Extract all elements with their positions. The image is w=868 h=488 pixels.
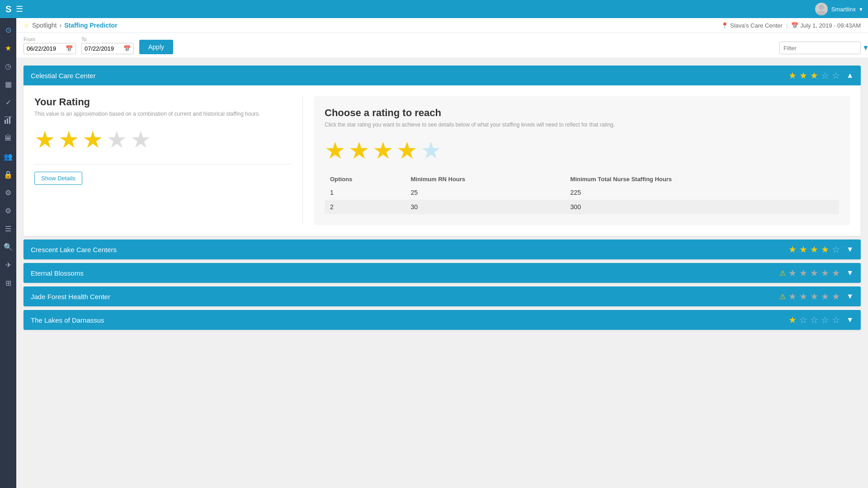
facility-header-right-jade: ⚠ ★ ★ ★ ★ ★ ▼ <box>779 291 854 302</box>
breadcrumb-star-icon: ☆ <box>24 22 29 29</box>
sidebar-item-tasks[interactable]: ✓ <box>0 94 16 110</box>
chevron-celestial[interactable]: ▲ <box>846 71 854 80</box>
apply-button[interactable]: Apply <box>139 40 173 54</box>
star-4-lakes[interactable]: ☆ <box>821 314 829 325</box>
star-4-celestial[interactable]: ☆ <box>821 70 829 81</box>
sidebar-item-nav[interactable]: ✈ <box>0 257 16 273</box>
star-1-lakes[interactable]: ★ <box>788 314 797 325</box>
to-date-group: To 📅 <box>81 37 134 54</box>
from-calendar-icon[interactable]: 📅 <box>66 45 73 52</box>
sidebar-item-time[interactable]: ◷ <box>0 58 16 74</box>
chevron-crescent[interactable]: ▼ <box>846 245 854 253</box>
sidebar-item-calendar[interactable]: ▦ <box>0 76 16 92</box>
show-details-button[interactable]: Show Details <box>34 172 82 185</box>
breadcrumb-row: ☆ Spotlight › Staffing Predictor 📍 Slava… <box>16 18 868 33</box>
star-5-celestial[interactable]: ☆ <box>832 70 840 81</box>
from-date-input[interactable] <box>27 45 63 52</box>
facility-header-right-celestial: ★ ★ ★ ☆ ☆ ▲ <box>788 70 854 81</box>
star-1-jade[interactable]: ★ <box>788 291 797 302</box>
sidebar-item-home[interactable]: ⊙ <box>0 22 16 38</box>
to-date-input[interactable] <box>85 45 121 52</box>
to-label: To <box>81 37 134 42</box>
facility-card-eternal: Eternal Blossoms ⚠ ★ ★ ★ ★ ★ ▼ <box>24 263 861 283</box>
facility-header-celestial[interactable]: Celestial Care Center ★ ★ ★ ☆ ☆ ▲ <box>24 66 861 85</box>
choose-star-5[interactable]: ★ <box>420 137 442 164</box>
location-icon: 📍 <box>721 22 728 29</box>
user-dropdown-icon: ▾ <box>859 6 863 13</box>
sidebar-item-search[interactable]: 🔍 <box>0 239 16 255</box>
star-1-celestial[interactable]: ★ <box>788 70 797 81</box>
filter-row: From 📅 To 📅 Apply <box>16 33 868 58</box>
to-date-input-wrap[interactable]: 📅 <box>81 43 134 54</box>
svg-rect-2 <box>5 120 6 124</box>
facility-header-crescent[interactable]: Crescent Lake Care Centers ★ ★ ★ ★ ☆ ▼ <box>24 239 861 259</box>
sidebar-item-users[interactable]: 👥 <box>0 148 16 164</box>
choose-rating-section: Choose a rating to reach Click the star … <box>314 96 850 225</box>
filter-input[interactable] <box>783 45 859 52</box>
sidebar-item-grid[interactable]: ⊞ <box>0 275 16 291</box>
breadcrumb-separator: › <box>59 22 61 29</box>
your-rating-subtitle: This value is an approximation based on … <box>34 111 292 117</box>
chevron-jade[interactable]: ▼ <box>846 292 854 300</box>
sidebar-item-list[interactable]: ☰ <box>0 221 16 237</box>
star-2-celestial[interactable]: ★ <box>799 70 807 81</box>
facility-name-lakes: The Lakes of Darnassus <box>31 316 104 324</box>
svg-rect-3 <box>7 118 8 124</box>
breadcrumb-meta: 📍 Slava's Care Center | 📅 July 1, 2019 -… <box>721 22 861 29</box>
table-row-2: 2 30 300 <box>325 200 839 214</box>
sidebar-item-security[interactable]: 🔒 <box>0 166 16 183</box>
avatar <box>815 3 828 15</box>
svg-rect-5 <box>5 117 12 117</box>
sidebar-item-favorites[interactable]: ★ <box>0 40 16 56</box>
choose-star-1[interactable]: ★ <box>325 137 346 164</box>
star-4-crescent[interactable]: ★ <box>821 244 829 255</box>
scroll-area: Celestial Care Center ★ ★ ★ ☆ ☆ ▲ Your R… <box>16 58 868 488</box>
min-total-2: 300 <box>565 200 839 214</box>
choose-star-4[interactable]: ★ <box>396 137 418 164</box>
chevron-lakes[interactable]: ▼ <box>846 316 854 324</box>
svg-point-0 <box>819 5 824 10</box>
col-options: Options <box>325 173 405 185</box>
star-5-lakes[interactable]: ☆ <box>832 314 840 325</box>
rating-divider <box>34 164 292 164</box>
star-5-crescent[interactable]: ☆ <box>832 244 840 255</box>
to-calendar-icon[interactable]: 📅 <box>123 45 131 52</box>
facility-header-lakes[interactable]: The Lakes of Darnassus ★ ☆ ☆ ☆ ☆ ▼ <box>24 310 861 330</box>
breadcrumb-location: 📍 Slava's Care Center <box>721 22 783 29</box>
choose-rating-stars: ★ ★ ★ ★ ★ <box>325 137 839 164</box>
filter-input-wrap[interactable]: ▼ <box>779 42 861 54</box>
star-4-jade[interactable]: ★ <box>821 291 829 302</box>
star-3-jade[interactable]: ★ <box>810 291 818 302</box>
star-3-eternal[interactable]: ★ <box>810 267 818 278</box>
star-4-eternal[interactable]: ★ <box>821 267 829 278</box>
user-menu[interactable]: Smartlinx ▾ <box>815 3 863 15</box>
sidebar-item-reports[interactable] <box>0 112 16 128</box>
star-2-jade[interactable]: ★ <box>799 291 807 302</box>
star-5-eternal[interactable]: ★ <box>832 267 840 278</box>
choose-star-2[interactable]: ★ <box>349 137 370 164</box>
chevron-eternal[interactable]: ▼ <box>846 269 854 277</box>
breadcrumb-date: 📅 July 1, 2019 - 09:43AM <box>791 22 861 29</box>
sidebar-item-building[interactable]: 🏛 <box>0 130 16 146</box>
star-2-eternal[interactable]: ★ <box>799 267 807 278</box>
star-1-eternal[interactable]: ★ <box>788 267 797 278</box>
your-star-4: ★ <box>106 126 127 153</box>
facility-header-eternal[interactable]: Eternal Blossoms ⚠ ★ ★ ★ ★ ★ ▼ <box>24 263 861 283</box>
sidebar-item-gear[interactable]: ⚙ <box>0 184 16 201</box>
choose-rating-title: Choose a rating to reach <box>325 107 839 119</box>
star-3-crescent[interactable]: ★ <box>810 244 818 255</box>
menu-icon[interactable]: ☰ <box>16 4 23 14</box>
star-1-crescent[interactable]: ★ <box>788 244 797 255</box>
star-2-crescent[interactable]: ★ <box>799 244 807 255</box>
facility-header-jade[interactable]: Jade Forest Health Center ⚠ ★ ★ ★ ★ ★ ▼ <box>24 286 861 306</box>
star-5-jade[interactable]: ★ <box>832 291 840 302</box>
facility-name-jade: Jade Forest Health Center <box>31 293 110 300</box>
breadcrumb-parent[interactable]: Spotlight <box>32 22 57 29</box>
option-2: 2 <box>325 200 405 214</box>
star-3-lakes[interactable]: ☆ <box>810 314 818 325</box>
sidebar-item-integrations[interactable]: ⚙ <box>0 202 16 219</box>
from-date-input-wrap[interactable]: 📅 <box>24 43 76 54</box>
star-2-lakes[interactable]: ☆ <box>799 314 807 325</box>
star-3-celestial[interactable]: ★ <box>810 70 818 81</box>
choose-star-3[interactable]: ★ <box>373 137 394 164</box>
